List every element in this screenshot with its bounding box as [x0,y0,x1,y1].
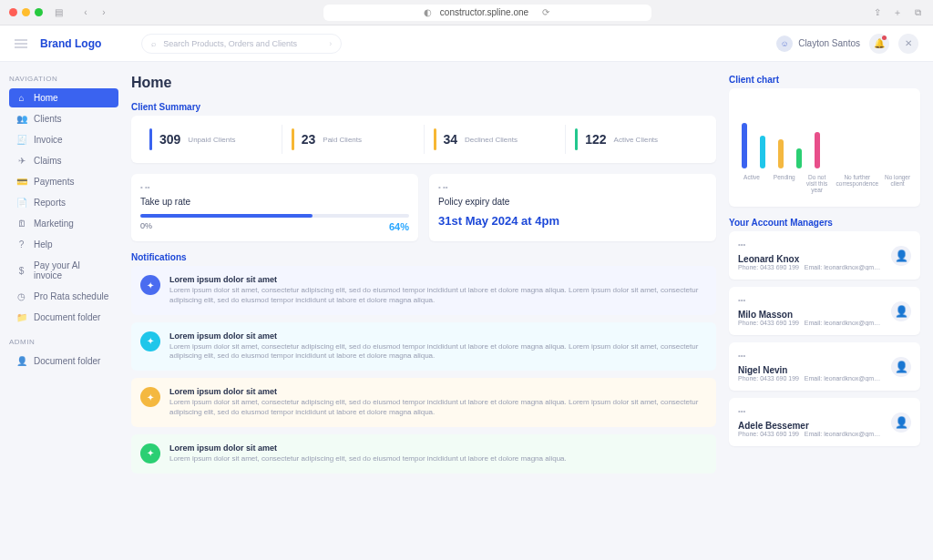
notification-item[interactable]: ✦ Lorem ipsum dolor sit amet Lorem ipsum… [131,434,716,473]
progress-bar [140,214,409,218]
card-meta: ••• [738,407,884,415]
address-bar[interactable]: ◐ constructor.spline.one ⟳ [323,5,651,21]
summary-label: Paid Clients [323,136,362,144]
sidebar-toggle-icon[interactable]: ▤ [52,6,65,19]
managers-list: ••• Leonard Knox Phone: 0433 690 199 Ema… [729,231,920,446]
summary-cell: 309 Unpaid Clients [140,125,282,154]
manager-name: Milo Masson [738,310,884,320]
back-icon[interactable]: ‹ [79,6,92,19]
notification-title: Lorem ipsum dolor sit amet [169,331,707,341]
sidebar-item-document-folder[interactable]: 📁Document folder [9,308,118,327]
sidebar-item-pay-your-ai-invoice[interactable]: $Pay your AI invoice [9,256,118,285]
manager-contact: Phone: 0433 690 199 Email: leonardknox@g… [738,375,884,382]
notification-item[interactable]: ✦ Lorem ipsum dolor sit amet Lorem ipsum… [131,266,716,315]
traffic-lights [9,8,43,16]
sidebar-item-label: Document folder [34,312,100,322]
bell-icon[interactable]: 🔔 [869,34,889,54]
notification-item[interactable]: ✦ Lorem ipsum dolor sit amet Lorem ipsum… [131,378,716,427]
search-icon: ⌕ [151,39,156,48]
folder-icon: 📁 [16,312,26,322]
sidebar-item-label: Reports [34,198,66,208]
close-window-icon[interactable] [9,8,17,16]
manager-card[interactable]: ••• Adele Bessemer Phone: 0433 690 199 E… [729,398,920,446]
sidebar-item-label: Invoice [34,135,63,145]
sidebar-item-help[interactable]: ?Help [9,235,118,254]
notifications-title: Notifications [131,252,716,262]
client-chart-title: Client chart [729,75,920,85]
sidebar-item-reports[interactable]: 📄Reports [9,193,118,212]
sidebar: NAVIGATION ⌂Home👥Clients🧾Invoice✈Claims💳… [0,62,128,560]
manager-card[interactable]: ••• Milo Masson Phone: 0433 690 199 Emai… [729,287,920,335]
sidebar-item-marketing[interactable]: 🗓Marketing [9,214,118,233]
main-content: Home Client Summary 309 Unpaid Clients 2… [128,62,933,560]
shield-icon: ◐ [422,6,435,19]
sidebar-item-document-folder[interactable]: 👤Document folder [9,351,118,371]
manager-card[interactable]: ••• Leonard Knox Phone: 0433 690 199 Ema… [729,231,920,280]
client-summary-card: 309 Unpaid Clients 23 Paid Clients 34 De… [131,116,716,163]
sidebar-item-clients[interactable]: 👥Clients [9,109,118,128]
page-title: Home [131,75,716,91]
tabs-icon[interactable]: ⧉ [911,6,924,19]
sidebar-item-home[interactable]: ⌂Home [9,88,118,107]
maximize-window-icon[interactable] [35,8,43,16]
summary-label: Declined Clients [465,136,518,144]
take-up-title: Take up rate [140,197,409,207]
user-avatar-icon: ☺ [776,36,793,52]
chart-category-label: Active [738,174,765,193]
manager-contact: Phone: 0433 690 199 Email: leonardknox@g… [738,431,884,437]
user-chip[interactable]: ☺ Clayton Santos [776,36,860,52]
avatar: 👤 [891,412,911,433]
sidebar-item-pro-rata-schedule[interactable]: ◷Pro Rata schedule [9,287,118,306]
manager-card[interactable]: ••• Nigel Nevin Phone: 0433 690 199 Emai… [729,342,920,391]
sidebar-item-label: Pro Rata schedule [34,291,108,301]
user-name: Clayton Santos [798,38,860,48]
share-icon[interactable]: ⇪ [871,6,884,19]
new-tab-icon[interactable]: ＋ [891,6,904,19]
chart-category-label: No longer client [884,174,911,193]
notifications-list: ✦ Lorem ipsum dolor sit amet Lorem ipsum… [131,266,716,473]
accent-bar [434,128,436,150]
notification-icon: ✦ [140,443,160,463]
notification-title: Lorem ipsum dolor sit amet [169,275,707,284]
chart-bar [815,132,820,168]
summary-label: Unpaid Clients [188,136,235,144]
summary-value: 23 [302,132,316,147]
sidebar-item-payments[interactable]: 💳Payments [9,172,118,191]
summary-value: 34 [444,132,458,147]
chart-axis-labels: ActivePendingDo not visit this yearNo fu… [738,174,911,193]
accent-bar [149,128,152,150]
manager-name: Adele Bessemer [738,421,884,431]
app-topbar: Brand Logo ⌕ Search Products, Orders and… [0,25,933,62]
progress-fill [140,214,313,218]
minimize-window-icon[interactable] [22,8,30,16]
notification-item[interactable]: ✦ Lorem ipsum dolor sit amet Lorem ipsum… [131,322,716,372]
card-meta: ••• [738,351,884,360]
sidebar-admin-label: ADMIN [9,338,118,346]
sidebar-item-invoice[interactable]: 🧾Invoice [9,130,118,149]
home-icon: ⌂ [16,93,26,103]
take-up-rate-card: • •• Take up rate 0% 64% [131,174,418,241]
forward-icon[interactable]: › [97,6,110,19]
summary-value: 309 [159,132,180,147]
summary-cell: 122 Active Clients [565,125,707,154]
close-icon[interactable]: ✕ [898,34,918,54]
reload-icon[interactable]: ⟳ [539,6,552,19]
expiry-title: Policy expiry date [438,197,707,207]
chevron-right-icon: › [329,39,332,48]
search-input[interactable]: ⌕ Search Products, Orders and Clients › [141,34,342,54]
manager-contact: Phone: 0433 690 199 Email: leonardknox@g… [738,320,884,326]
progress-low: 0% [140,221,152,232]
card-meta: ••• [738,240,884,249]
sidebar-item-label: Document folder [34,356,100,366]
sidebar-nav-list: ⌂Home👥Clients🧾Invoice✈Claims💳Payments📄Re… [9,88,118,327]
calendar-icon: 🗓 [16,219,26,229]
notification-icon: ✦ [140,331,160,351]
accent-bar [292,128,294,150]
chrome-actions: ⇪ ＋ ⧉ [871,6,924,19]
notification-title: Lorem ipsum dolor sit amet [169,387,707,396]
sidebar-item-claims[interactable]: ✈Claims [9,151,118,170]
chart-bar [796,148,802,168]
brand-logo[interactable]: Brand Logo [40,37,101,50]
notification-text: Lorem ipsum dolor sit amet, consectetur … [169,398,707,418]
menu-icon[interactable] [15,39,27,48]
